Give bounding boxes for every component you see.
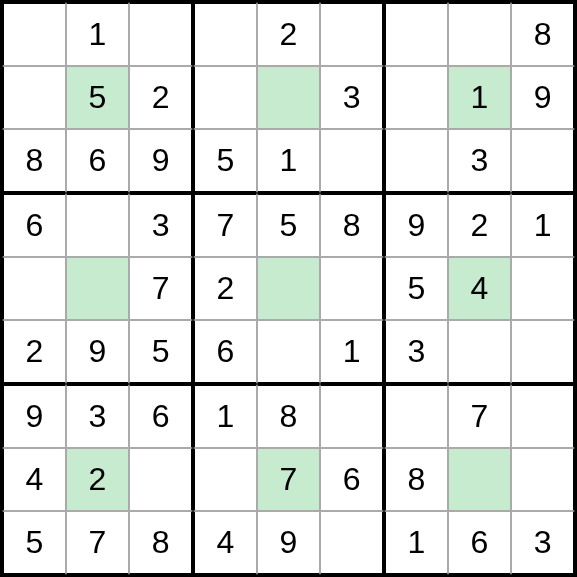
cell-r8-c1[interactable]: 7: [66, 511, 130, 575]
cell-r1-c3[interactable]: [193, 66, 257, 130]
cell-r3-c4[interactable]: 5: [257, 193, 321, 257]
cell-r2-c3[interactable]: 5: [193, 129, 257, 193]
cell-r1-c8[interactable]: 9: [511, 66, 575, 130]
cell-r5-c8[interactable]: [511, 320, 575, 384]
cell-r6-c0[interactable]: 9: [2, 384, 66, 448]
cell-r7-c1[interactable]: 2: [66, 448, 130, 512]
cell-r5-c0[interactable]: 2: [2, 320, 66, 384]
cell-r6-c1[interactable]: 3: [66, 384, 130, 448]
cell-r8-c4[interactable]: 9: [257, 511, 321, 575]
cell-r8-c5[interactable]: [320, 511, 384, 575]
cell-r6-c7[interactable]: 7: [448, 384, 512, 448]
cell-r4-c6[interactable]: 5: [384, 257, 448, 321]
cell-r8-c0[interactable]: 5: [2, 511, 66, 575]
cell-r6-c2[interactable]: 6: [129, 384, 193, 448]
cell-r8-c6[interactable]: 1: [384, 511, 448, 575]
cell-r7-c8[interactable]: [511, 448, 575, 512]
cell-r3-c1[interactable]: [66, 193, 130, 257]
cell-r3-c3[interactable]: 7: [193, 193, 257, 257]
cell-r4-c4[interactable]: [257, 257, 321, 321]
cell-r3-c8[interactable]: 1: [511, 193, 575, 257]
cell-r4-c1[interactable]: [66, 257, 130, 321]
cell-r4-c5[interactable]: [320, 257, 384, 321]
cell-r2-c7[interactable]: 3: [448, 129, 512, 193]
cell-r3-c2[interactable]: 3: [129, 193, 193, 257]
cell-r0-c7[interactable]: [448, 2, 512, 66]
cell-r2-c2[interactable]: 9: [129, 129, 193, 193]
cell-r3-c5[interactable]: 8: [320, 193, 384, 257]
cell-r1-c0[interactable]: [2, 66, 66, 130]
cell-r2-c5[interactable]: [320, 129, 384, 193]
cell-r5-c1[interactable]: 9: [66, 320, 130, 384]
cell-r6-c5[interactable]: [320, 384, 384, 448]
cell-r0-c6[interactable]: [384, 2, 448, 66]
cell-r5-c2[interactable]: 5: [129, 320, 193, 384]
cell-r1-c5[interactable]: 3: [320, 66, 384, 130]
cell-r0-c2[interactable]: [129, 2, 193, 66]
cell-r2-c8[interactable]: [511, 129, 575, 193]
cell-r3-c6[interactable]: 9: [384, 193, 448, 257]
cell-r3-c7[interactable]: 2: [448, 193, 512, 257]
cell-r6-c4[interactable]: 8: [257, 384, 321, 448]
cell-r7-c6[interactable]: 8: [384, 448, 448, 512]
cell-r7-c2[interactable]: [129, 448, 193, 512]
cell-r8-c2[interactable]: 8: [129, 511, 193, 575]
cell-r4-c7[interactable]: 4: [448, 257, 512, 321]
cell-r4-c8[interactable]: [511, 257, 575, 321]
cell-r2-c6[interactable]: [384, 129, 448, 193]
cell-r3-c0[interactable]: 6: [2, 193, 66, 257]
cell-r6-c8[interactable]: [511, 384, 575, 448]
cell-r7-c5[interactable]: 6: [320, 448, 384, 512]
cell-r8-c8[interactable]: 3: [511, 511, 575, 575]
cell-r7-c3[interactable]: [193, 448, 257, 512]
cell-r5-c7[interactable]: [448, 320, 512, 384]
cell-r2-c1[interactable]: 6: [66, 129, 130, 193]
cell-r0-c5[interactable]: [320, 2, 384, 66]
cell-r8-c7[interactable]: 6: [448, 511, 512, 575]
cell-r7-c0[interactable]: 4: [2, 448, 66, 512]
cell-r0-c8[interactable]: 8: [511, 2, 575, 66]
cell-r1-c6[interactable]: [384, 66, 448, 130]
cell-r4-c0[interactable]: [2, 257, 66, 321]
cell-r1-c4[interactable]: [257, 66, 321, 130]
cell-r5-c4[interactable]: [257, 320, 321, 384]
cell-r5-c5[interactable]: 1: [320, 320, 384, 384]
cell-r2-c4[interactable]: 1: [257, 129, 321, 193]
cell-r0-c0[interactable]: [2, 2, 66, 66]
cell-r7-c4[interactable]: 7: [257, 448, 321, 512]
cell-r0-c4[interactable]: 2: [257, 2, 321, 66]
cell-r0-c1[interactable]: 1: [66, 2, 130, 66]
cell-r1-c1[interactable]: 5: [66, 66, 130, 130]
cell-r1-c2[interactable]: 2: [129, 66, 193, 130]
cell-r4-c2[interactable]: 7: [129, 257, 193, 321]
cell-r2-c0[interactable]: 8: [2, 129, 66, 193]
sudoku-board: 1285231986951363758921725429561393618742…: [0, 0, 577, 577]
cell-r5-c3[interactable]: 6: [193, 320, 257, 384]
cell-r4-c3[interactable]: 2: [193, 257, 257, 321]
cell-r6-c3[interactable]: 1: [193, 384, 257, 448]
cell-r1-c7[interactable]: 1: [448, 66, 512, 130]
cell-r7-c7[interactable]: [448, 448, 512, 512]
cell-r8-c3[interactable]: 4: [193, 511, 257, 575]
cell-r0-c3[interactable]: [193, 2, 257, 66]
cell-r6-c6[interactable]: [384, 384, 448, 448]
cell-r5-c6[interactable]: 3: [384, 320, 448, 384]
